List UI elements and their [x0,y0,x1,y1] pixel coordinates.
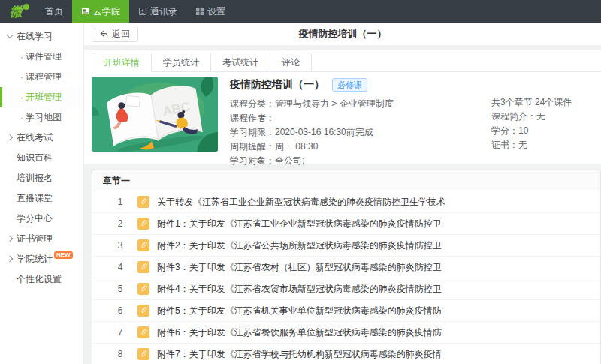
row-number: 6 [115,305,125,316]
sidebar-item-label: 直播课堂 [17,192,53,205]
course-details-left: 疫情防控培训（一） 必修课 课程分类：管理与领导力 > 企业管理制度 课程作者：… [230,77,485,168]
chevron-down-icon [7,32,13,38]
settings-grid-icon [195,7,204,16]
nav-contacts[interactable]: 通讯录 [129,0,186,23]
field-course-author: 课程作者： [230,111,485,125]
tab-exam-statistics[interactable]: 考试统计 [211,53,270,72]
courseware-title[interactable]: 附件6：关于印发《江苏省餐饮服务单位新型冠状病毒感染的肺炎疫情防 [157,326,442,339]
courseware-row[interactable]: 1 关于转发《江苏省工业企业新型冠状病毒感染的肺炎疫情防控卫生学技术 [92,191,600,213]
sidebar-item-label: 个性化设置 [17,273,62,286]
row-number: 7 [115,327,125,338]
sidebar-item-label: 学分中心 [17,212,53,225]
field-chapter-count: 共3个章节 24个课件 [491,95,590,110]
sidebar-item-course-management[interactable]: 课程管理 [0,67,83,87]
row-number: 4 [115,262,125,272]
field-periodic-reminder: 周期提醒：周一 08:30 [230,140,485,154]
page-header: 疫情防控培训（一） 返回 [84,23,601,45]
sidebar-item-label: 开班管理 [26,91,62,104]
courseware-title[interactable]: 关于转发《江苏省工业企业新型冠状病毒感染的肺炎疫情防控卫生学技术 [157,196,445,209]
row-number: 3 [115,240,125,251]
field-certificate: 证书：无 [491,138,590,152]
row-number: 8 [115,349,125,359]
tab-comments[interactable]: 评论 [270,53,312,72]
sidebar-item-label: 知识百科 [17,152,53,164]
nav-cloud-academy[interactable]: 云学院 [72,0,129,23]
sidebar-item-live-classroom[interactable]: 直播课堂 [0,188,83,209]
sidebar-item-personalization-settings[interactable]: 个性化设置 [0,269,83,290]
field-study-deadline: 学习期限：2020-03-16 16:30前完成 [230,125,485,140]
nav-cloud-academy-label: 云学院 [93,5,120,18]
nav-home-label: 首页 [45,5,63,18]
app-logo[interactable]: 微 [0,0,36,23]
chapter-title: 章节一 [92,170,600,191]
class-detail-panel: 开班详情 学员统计 考试统计 评论 [84,50,601,164]
courseware-row[interactable]: 3 附件2：关于印发《江苏省公共场所新型冠状病毒感染的肺炎疫情防控卫 [92,235,600,257]
field-study-target: 学习对象：全公司; [230,154,485,168]
nav-contacts-label: 通讯录 [150,5,177,18]
course-info: ABC [92,77,601,168]
chevron-right-icon [7,236,13,242]
tab-student-statistics[interactable]: 学员统计 [152,53,211,72]
attachment-icon [137,305,149,317]
course-thumbnail-illustration: ABC [92,77,218,152]
nav-home[interactable]: 首页 [36,0,72,23]
attachment-icon [137,326,149,338]
courseware-row[interactable]: 2 附件1：关于印发《江苏省工业企业新型冠状病毒感染的肺炎疫情防控卫 [92,213,600,235]
tab-class-detail[interactable]: 开班详情 [92,53,152,72]
sidebar-item-label: 学院统计 [17,253,53,266]
courseware-title[interactable]: 附件5：关于印发《江苏省机关事业单位新型冠状病毒感染的肺炎疫情防 [157,305,442,317]
row-number: 1 [115,197,125,207]
sidebar-item-label: 证书管理 [17,233,53,245]
attachment-icon [137,239,149,251]
back-button-label: 返回 [112,28,130,41]
sidebar-item-label: 课程管理 [26,71,62,83]
courseware-row[interactable]: 5 附件4：关于印发《江苏省农贸市场新型冠状病毒感染的肺炎疫情防控卫 [92,278,600,300]
courseware-row[interactable]: 6 附件5：关于印发《江苏省机关事业单位新型冠状病毒感染的肺炎疫情防 [92,300,600,322]
sidebar-item-academy-statistics[interactable]: 学院统计 NEW [0,249,83,269]
back-button[interactable]: 返回 [92,26,138,42]
chevron-right-icon [7,134,13,140]
academy-icon [81,7,90,16]
nav-settings-label: 设置 [207,5,225,18]
course-title: 疫情防控培训（一） [230,78,325,92]
new-badge: NEW [54,251,73,259]
sidebar-item-online-exam[interactable]: 在线考试 [0,128,83,148]
courseware-row[interactable]: 7 附件6：关于印发《江苏省餐饮服务单位新型冠状病毒感染的肺炎疫情防 [92,322,600,344]
courseware-title[interactable]: 附件3：关于印发《江苏省农村（社区）新型冠状病毒感染的肺炎防控卫 [157,261,442,274]
required-course-badge: 必修课 [332,78,367,92]
sidebar-item-label: 课件管理 [26,50,62,63]
back-arrow-icon [100,30,108,38]
sidebar-item-training-signup[interactable]: 培训报名 [0,168,83,188]
courseware-title[interactable]: 附件1：关于印发《江苏省工业企业新型冠状病毒感染的肺炎疫情防控卫 [157,218,442,230]
sidebar-item-learning-map[interactable]: 学习地图 [0,107,83,128]
contacts-icon [138,7,147,16]
courseware-row[interactable]: 8 附件7：关于印发《江苏省学校与托幼机构新型冠状病毒感染的肺炎疫情 [92,344,600,364]
courseware-title[interactable]: 附件2：关于印发《江苏省公共场所新型冠状病毒感染的肺炎疫情防控卫 [157,239,442,252]
attachment-icon [137,348,149,360]
course-details-right: 共3个章节 24个课件 课程简介：无 学分：10 证书：无 [491,77,590,168]
sidebar-item-certificate-management[interactable]: 证书管理 [0,229,83,249]
sidebar-item-credit-center[interactable]: 学分中心 [0,209,83,229]
sidebar-item-class-management[interactable]: 开班管理 [0,87,83,107]
course-thumbnail: ABC [92,77,218,152]
top-nav: 首页 云学院 通讯录 设置 [36,0,234,23]
attachment-icon [137,218,149,230]
attachment-icon [137,196,149,208]
courseware-row[interactable]: 4 附件3：关于印发《江苏省农村（社区）新型冠状病毒感染的肺炎防控卫 [92,257,600,278]
topbar: 微 首页 云学院 通讯录 设置 [0,0,601,23]
nav-settings[interactable]: 设置 [186,0,234,23]
field-credits: 学分：10 [491,124,590,138]
field-course-category: 课程分类：管理与领导力 > 企业管理制度 [230,97,485,111]
logo-badge-icon [23,4,29,10]
sidebar-item-online-learning[interactable]: 在线学习 [0,26,83,47]
courseware-title[interactable]: 附件7：关于印发《江苏省学校与托幼机构新型冠状病毒感染的肺炎疫情 [157,348,442,361]
sidebar-item-knowledge-wiki[interactable]: 知识百科 [0,148,83,168]
sidebar-item-label: 在线考试 [17,131,53,144]
field-course-intro: 课程简介：无 [491,110,590,124]
app-window: 微 首页 云学院 通讯录 设置 在线学习 [0,0,601,364]
sidebar: 在线学习 课件管理 课程管理 开班管理 学习地图 在线考试 知识百科 培训报名 … [0,23,84,364]
attachment-icon [137,261,149,273]
sidebar-item-courseware-management[interactable]: 课件管理 [0,47,83,67]
courseware-title[interactable]: 附件4：关于印发《江苏省农贸市场新型冠状病毒感染的肺炎疫情防控卫 [157,283,442,296]
row-number: 2 [115,218,125,229]
